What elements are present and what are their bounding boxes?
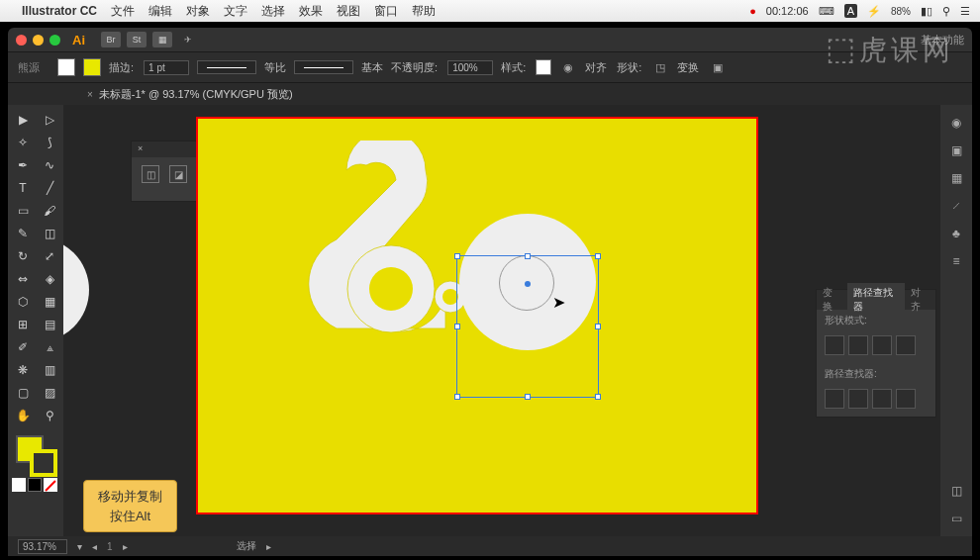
eyedropper-tool[interactable]: ✐ [10, 336, 36, 358]
mesh-tool[interactable]: ⊞ [10, 314, 36, 335]
document-tab[interactable]: × 未标题-1* @ 93.17% (CMYK/GPU 预览) [77, 84, 303, 105]
shape-builder-tool[interactable]: ⬡ [10, 291, 36, 313]
workspace-label[interactable]: 基本功能 [921, 33, 964, 47]
type-tool[interactable]: T [10, 177, 36, 199]
keyboard-icon[interactable]: ⌨ [819, 5, 834, 18]
unite-button[interactable] [825, 335, 844, 355]
handle-mr[interactable] [595, 324, 601, 329]
shape-label[interactable]: 形状: [617, 60, 641, 75]
status-menu-icon[interactable]: ▸ [266, 541, 271, 552]
handle-br[interactable] [595, 394, 601, 400]
menu-help[interactable]: 帮助 [412, 3, 436, 20]
slice-tool[interactable]: ▨ [37, 382, 62, 404]
perspective-tool[interactable]: ▦ [37, 291, 62, 313]
lasso-tool[interactable]: ⟆ [37, 132, 62, 153]
width-tool[interactable]: ⇔ [10, 268, 36, 290]
pen-tool[interactable]: ✒ [10, 154, 36, 176]
rotate-tool[interactable]: ↻ [10, 245, 36, 267]
rectangle-tool[interactable]: ▭ [10, 200, 36, 222]
menu-window[interactable]: 窗口 [374, 3, 398, 20]
none-mode[interactable] [44, 478, 57, 492]
handle-ml[interactable] [454, 324, 460, 329]
scale-tool[interactable]: ⤢ [37, 245, 62, 267]
symbol-sprayer-tool[interactable]: ❋ [10, 359, 36, 381]
curvature-tool[interactable]: ∿ [37, 154, 62, 176]
handle-tr[interactable] [595, 253, 601, 259]
selection-bounds[interactable] [456, 255, 599, 398]
minus-front-button[interactable] [848, 335, 868, 355]
artboard[interactable]: ➤ [198, 119, 756, 513]
menu-text[interactable]: 文字 [224, 3, 247, 20]
handle-tm[interactable] [525, 253, 531, 259]
close-tab-icon[interactable]: × [87, 89, 93, 100]
symbols-icon[interactable]: ♣ [944, 222, 968, 245]
layers-icon[interactable]: ◫ [944, 479, 968, 503]
pathfinder-tab[interactable]: 路径查找器 [847, 283, 906, 317]
gradient-tool[interactable]: ▤ [37, 314, 62, 335]
brushes-icon[interactable]: ⟋ [944, 194, 968, 218]
free-transform-tool[interactable]: ◈ [37, 268, 62, 290]
line-tool[interactable]: ╱ [37, 177, 62, 199]
stock-button[interactable]: St [127, 32, 147, 47]
selection-tool[interactable]: ▶ [10, 109, 36, 131]
recolor-icon[interactable]: ◉ [559, 58, 577, 76]
handle-bl[interactable] [454, 394, 460, 400]
crop-button[interactable] [896, 389, 916, 409]
menu-icon[interactable]: ☰ [960, 5, 970, 18]
exclude-button[interactable] [896, 335, 916, 355]
stroke-swatch[interactable] [83, 58, 101, 76]
live-corner-icon[interactable]: ◳ [651, 58, 669, 76]
brush-definition[interactable] [294, 60, 353, 74]
direct-selection-tool[interactable]: ▷ [37, 109, 62, 131]
minus-front-icon[interactable]: ◪ [169, 165, 187, 183]
zoom-dropdown-icon[interactable]: ▾ [77, 541, 82, 552]
properties-icon[interactable]: ◉ [944, 111, 968, 135]
shaper-tool[interactable]: ✎ [10, 223, 36, 244]
close-window[interactable] [16, 35, 27, 46]
nav-next-icon[interactable]: ▸ [123, 541, 128, 552]
number-2-shape[interactable] [297, 140, 475, 338]
transform-label[interactable]: 变换 [677, 60, 699, 75]
a-icon[interactable]: A [844, 4, 857, 18]
stroke-color[interactable] [30, 449, 57, 477]
style-swatch[interactable] [536, 59, 551, 75]
zoom-tool[interactable]: ⚲ [37, 405, 62, 426]
menu-select[interactable]: 选择 [261, 3, 285, 20]
app-name[interactable]: Illustrator CC [22, 4, 97, 18]
align-tab[interactable]: 对齐 [905, 283, 935, 317]
stroke-icon[interactable]: ≡ [944, 249, 968, 273]
minimize-window[interactable] [33, 35, 44, 46]
wifi-icon[interactable]: ⚡ [867, 5, 881, 18]
handle-tl[interactable] [454, 253, 460, 259]
nav-prev-icon[interactable]: ◂ [92, 541, 97, 552]
align-label[interactable]: 对齐 [585, 60, 607, 75]
column-graph-tool[interactable]: ▥ [37, 359, 62, 381]
hand-tool[interactable]: ✋ [10, 405, 36, 426]
color-mode[interactable] [12, 478, 26, 492]
eraser-tool[interactable]: ◫ [37, 223, 62, 244]
menu-effect[interactable]: 效果 [299, 3, 323, 20]
handle-bm[interactable] [525, 394, 531, 400]
floating-shape[interactable] [63, 237, 89, 342]
merge-button[interactable] [872, 389, 892, 409]
opacity-input[interactable] [447, 60, 493, 75]
fill-swatch[interactable] [57, 58, 75, 76]
menu-view[interactable]: 视图 [337, 3, 360, 20]
search-icon[interactable]: ⚲ [942, 5, 950, 18]
menu-object[interactable]: 对象 [186, 3, 210, 20]
send-icon[interactable]: ✈ [178, 32, 198, 47]
divide-button[interactable] [825, 389, 844, 409]
swatches-icon[interactable]: ▦ [944, 166, 968, 190]
pathfinder-panel[interactable]: 变换 路径查找器 对齐 形状模式: 路径查找器: [816, 289, 936, 418]
gradient-mode[interactable] [28, 478, 42, 492]
blend-tool[interactable]: ⟁ [37, 336, 62, 358]
libraries-icon[interactable]: ▭ [944, 507, 968, 530]
menu-edit[interactable]: 编辑 [148, 3, 172, 20]
canvas[interactable]: ×≡ ◫ ◪ ◩ [63, 105, 940, 536]
intersect-button[interactable] [872, 335, 892, 355]
paintbrush-tool[interactable]: 🖌 [37, 200, 62, 222]
bridge-button[interactable]: Br [101, 32, 121, 47]
maximize-window[interactable] [49, 35, 60, 46]
fill-stroke-swatches[interactable] [10, 433, 62, 475]
artboard-tool[interactable]: ▢ [10, 382, 36, 404]
